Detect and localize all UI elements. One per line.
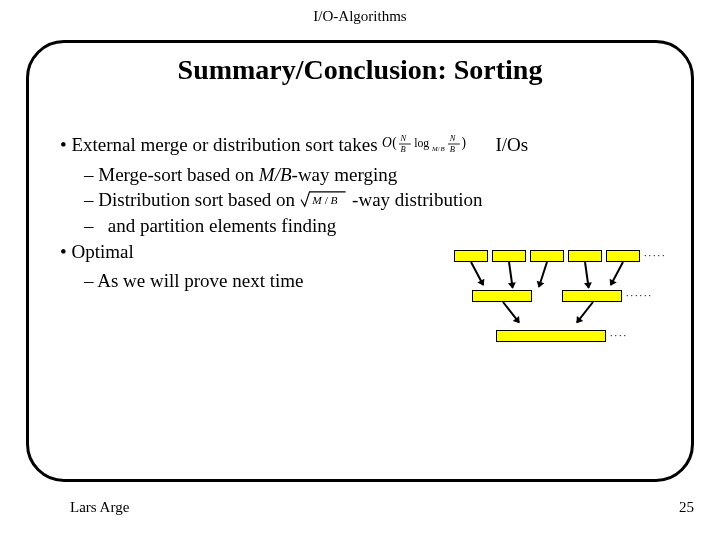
slide-title: Summary/Conclusion: Sorting <box>0 54 720 86</box>
svg-text:log: log <box>415 136 430 150</box>
tree-bar <box>454 250 488 262</box>
tree-arrow <box>576 301 594 323</box>
bullet-1-text-a: External merge or distribution sort take… <box>71 134 382 155</box>
svg-text:M: M <box>431 145 438 152</box>
tree-bar <box>606 250 640 262</box>
tree-bar <box>496 330 606 342</box>
svg-text:M: M <box>311 195 323 207</box>
distribution-tree-diagram: ····· ······ ···· <box>454 250 664 350</box>
bullet-1a-pre: Merge-sort based on <box>98 164 259 185</box>
svg-text:): ) <box>462 135 467 151</box>
svg-text:N: N <box>400 133 408 143</box>
svg-text:B: B <box>441 145 445 152</box>
svg-text:(: ( <box>393 135 398 151</box>
tree-bar <box>472 290 532 302</box>
header-label: I/O-Algorithms <box>0 8 720 25</box>
svg-text:B: B <box>330 195 337 207</box>
footer-page-number: 25 <box>679 499 694 516</box>
tree-bar <box>492 250 526 262</box>
tree-arrow <box>610 262 624 286</box>
bullet-1a: Merge-sort based on M/B-way merging <box>60 162 680 188</box>
tree-arrow <box>508 262 514 288</box>
bullet-1: External merge or distribution sort take… <box>60 132 680 158</box>
svg-text:N: N <box>449 133 457 143</box>
bullet-1b: Distribution sort based on M / B -way di… <box>60 187 680 213</box>
tree-arrow <box>470 262 484 286</box>
tree-arrow <box>584 262 590 288</box>
formula-sqrt-m-over-b: M / B <box>300 190 348 209</box>
bullet-1a-post: -way merging <box>292 164 398 185</box>
bullet-1a-mid: M/B <box>259 164 292 185</box>
tree-bar <box>568 250 602 262</box>
tree-bar <box>562 290 622 302</box>
tree-arrow <box>538 262 548 287</box>
svg-text:/: / <box>438 145 440 152</box>
bullet-1c-text: and partition elements finding <box>108 215 336 236</box>
svg-text:/: / <box>325 195 329 207</box>
tree-bar <box>530 250 564 262</box>
svg-text:O: O <box>382 135 392 150</box>
tree-ellipsis: ···· <box>610 330 628 341</box>
bullet-1-text-b: I/Os <box>495 134 528 155</box>
bullet-1b-post: -way distribution <box>352 189 482 210</box>
tree-ellipsis: ····· <box>644 250 667 261</box>
footer-author: Lars Arge <box>70 499 129 516</box>
tree-arrow <box>502 301 520 323</box>
svg-text:B: B <box>450 144 455 154</box>
tree-ellipsis: ······ <box>626 290 653 301</box>
bullet-1b-pre: Distribution sort based on <box>98 189 300 210</box>
bullet-1c: and partition elements finding <box>60 213 680 239</box>
formula-io-complexity: O ( N B log M / B N B ) <box>382 133 490 155</box>
svg-text:B: B <box>401 144 406 154</box>
